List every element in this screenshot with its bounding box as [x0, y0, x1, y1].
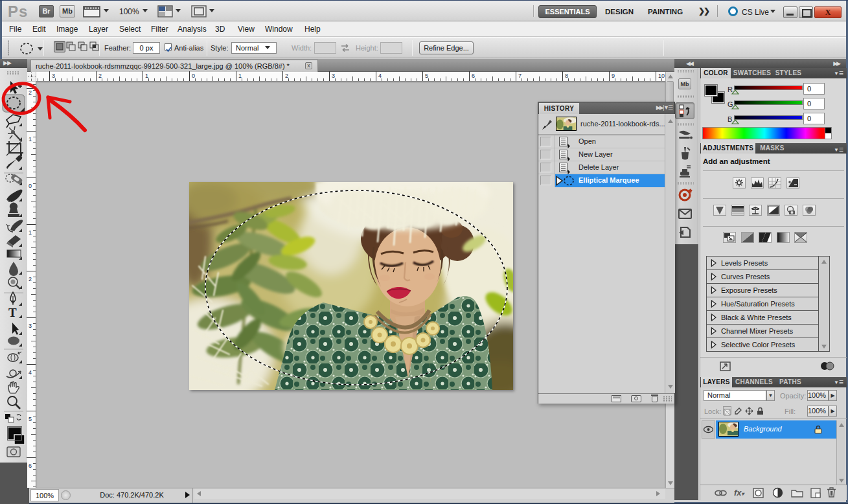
svg-text:T: T	[8, 306, 17, 319]
